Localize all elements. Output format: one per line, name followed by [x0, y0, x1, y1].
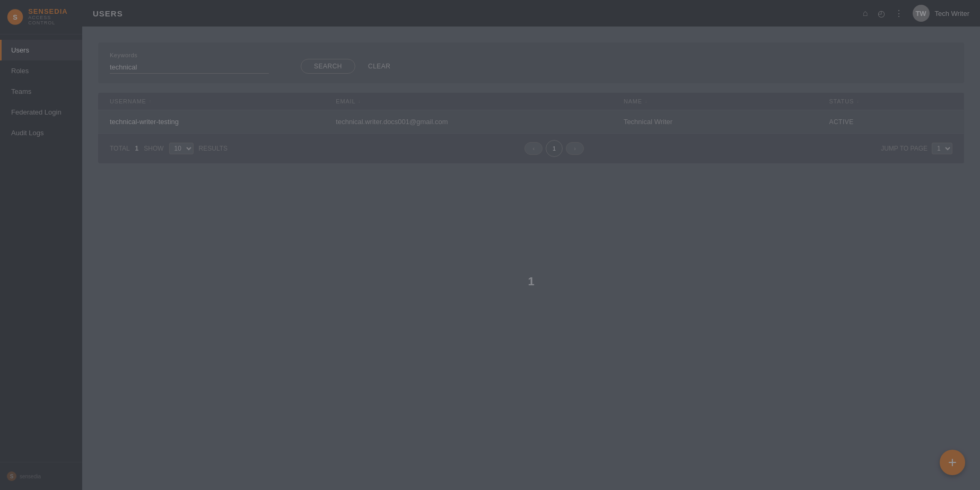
sidebar: S sensedia ACCESS CONTROL Users Roles Te… — [0, 0, 82, 490]
username-sort-icon[interactable]: ↑ — [149, 99, 152, 104]
content-area: Keywords SEARCH CLEAR USERNAME ↑ EMAIL ↓ — [82, 27, 980, 490]
page-title: USERS — [93, 9, 123, 18]
total-label: TOTAL — [110, 145, 130, 152]
logo-text: sensedia ACCESS CONTROL — [28, 8, 76, 26]
sidebar-item-label-users: Users — [11, 46, 29, 54]
cell-status: ACTIVE — [829, 118, 952, 126]
th-email: EMAIL ↓ — [336, 98, 624, 104]
search-input[interactable] — [110, 61, 269, 74]
results-label: RESULTS — [199, 145, 228, 152]
next-page-button[interactable]: › — [566, 142, 584, 155]
cell-email: technical.writer.docs001@gmail.com — [336, 118, 624, 126]
th-username: USERNAME ↑ — [110, 98, 336, 104]
pagination-bar: TOTAL 1 SHOW 10 25 50 RESULTS ‹ 1 › — [98, 134, 964, 163]
th-name: NAME ↓ — [624, 98, 829, 104]
sidebar-logo-area: S sensedia ACCESS CONTROL — [0, 0, 82, 34]
topbar-username: Tech Writer — [935, 10, 970, 18]
sidebar-item-roles[interactable]: Roles — [0, 60, 82, 81]
bottom-sensedia-logo: S sensedia — [6, 470, 49, 483]
jump-to-page: JUMP TO PAGE 1 — [881, 143, 952, 154]
prev-page-button[interactable]: ‹ — [524, 142, 542, 155]
show-select[interactable]: 10 25 50 — [169, 143, 194, 154]
search-field: Keywords — [110, 52, 279, 74]
sensedia-icon: S — [6, 7, 24, 27]
table-row[interactable]: technical-writer-testing technical.write… — [98, 110, 964, 134]
svg-text:sensedia: sensedia — [20, 474, 41, 479]
clear-button[interactable]: CLEAR — [362, 59, 397, 74]
sidebar-item-users[interactable]: Users — [0, 40, 82, 60]
logo-sub: ACCESS CONTROL — [28, 15, 76, 26]
sidebar-nav: Users Roles Teams Federated Login Audit … — [0, 34, 82, 462]
svg-text:S: S — [13, 13, 18, 21]
cell-username: technical-writer-testing — [110, 118, 336, 126]
name-sort-icon[interactable]: ↓ — [645, 99, 648, 104]
home-icon[interactable]: ⌂ — [863, 8, 868, 18]
sidebar-item-audit-logs[interactable]: Audit Logs — [0, 122, 82, 143]
sidebar-bottom-logo: S sensedia — [6, 470, 76, 483]
email-sort-icon[interactable]: ↓ — [358, 99, 361, 104]
topbar-user[interactable]: TW Tech Writer — [913, 5, 970, 22]
cell-name: Technical Writer — [624, 118, 829, 126]
grid-icon[interactable]: ⋮ — [895, 8, 903, 19]
users-table: USERNAME ↑ EMAIL ↓ NAME ↓ STATUS ↓ techn… — [98, 93, 964, 163]
sidebar-item-label-audit-logs: Audit Logs — [11, 129, 43, 137]
th-status: STATUS ↓ — [829, 98, 952, 104]
center-number: 1 — [528, 275, 534, 288]
show-label: SHOW — [144, 145, 163, 152]
logo-name: sensedia — [28, 8, 76, 15]
keywords-label: Keywords — [110, 52, 279, 58]
search-panel: Keywords SEARCH CLEAR — [98, 42, 964, 83]
sidebar-item-label-teams: Teams — [11, 88, 31, 95]
table-header: USERNAME ↑ EMAIL ↓ NAME ↓ STATUS ↓ — [98, 93, 964, 110]
status-sort-icon[interactable]: ↓ — [856, 99, 859, 104]
topbar: USERS ⌂ ◴ ⋮ TW Tech Writer — [82, 0, 980, 27]
add-button[interactable]: + — [940, 450, 965, 475]
search-row: Keywords SEARCH CLEAR — [110, 52, 952, 74]
sidebar-bottom: S sensedia — [0, 462, 82, 490]
current-page-button[interactable]: 1 — [546, 140, 563, 157]
search-buttons: SEARCH CLEAR — [301, 59, 397, 74]
pagination-info: TOTAL 1 SHOW 10 25 50 RESULTS — [110, 143, 228, 154]
svg-text:S: S — [10, 474, 14, 479]
sidebar-item-label-roles: Roles — [11, 67, 29, 75]
topbar-icons: ⌂ ◴ ⋮ TW Tech Writer — [863, 5, 969, 22]
avatar: TW — [913, 5, 930, 22]
search-button[interactable]: SEARCH — [301, 59, 355, 74]
main-content: USERS ⌂ ◴ ⋮ TW Tech Writer Keywords SEAR… — [82, 0, 980, 490]
sidebar-item-label-federated-login: Federated Login — [11, 108, 62, 116]
total-value: 1 — [135, 145, 139, 152]
jump-label: JUMP TO PAGE — [881, 145, 928, 152]
clock-icon[interactable]: ◴ — [878, 8, 885, 19]
sidebar-item-teams[interactable]: Teams — [0, 81, 82, 102]
jump-select[interactable]: 1 — [932, 143, 952, 154]
pagination-controls: ‹ 1 › — [524, 140, 583, 157]
sidebar-item-federated-login[interactable]: Federated Login — [0, 102, 82, 122]
